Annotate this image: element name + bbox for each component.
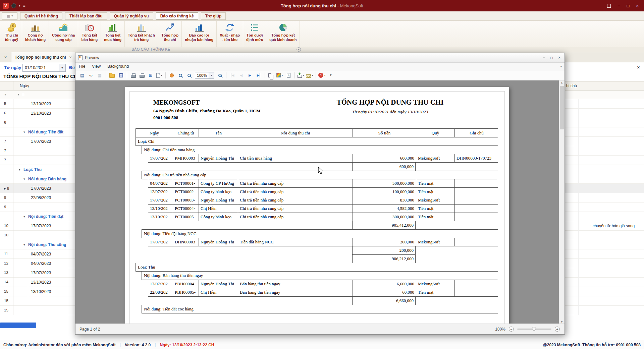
ribbon-button[interactable]: Xuất - nhập- tồn kho xyxy=(217,21,243,47)
quick-access-icon[interactable] xyxy=(11,3,16,8)
page-scale-icon[interactable]: ⊞ xyxy=(147,71,155,79)
preview-vscrollbar[interactable]: ▲ ▼ xyxy=(559,80,565,324)
close-all-tabs-icon[interactable]: × xyxy=(0,52,11,62)
collapse-icon[interactable]: ▾ xyxy=(23,130,25,134)
ribbon-button[interactable]: Công nợkhách hàng xyxy=(22,21,49,47)
zoom-out-icon[interactable] xyxy=(185,71,193,79)
menu-item[interactable]: File xyxy=(75,64,89,69)
chevron-down-icon[interactable]: ▾ xyxy=(19,4,20,7)
ribbon-tab-row: ▦▾ Quản trị hệ thốngThiết lập ban đầuQuả… xyxy=(0,11,644,21)
scrollbar-thumb[interactable] xyxy=(560,86,564,129)
zoom-in-button[interactable]: + xyxy=(555,327,560,332)
ribbon-button[interactable]: Tổng kếtbán hàng xyxy=(78,21,101,47)
page-color-icon[interactable]: ▾ xyxy=(276,71,284,79)
close-tab-icon[interactable]: × xyxy=(69,55,72,60)
last-page-icon[interactable]: ▶ xyxy=(255,71,263,79)
report-subtotal-cell: 6,660,000 xyxy=(352,296,416,305)
zoom-in-icon[interactable] xyxy=(216,71,224,79)
zoom-out-button[interactable]: − xyxy=(509,327,514,332)
hand-tool-icon[interactable] xyxy=(168,71,176,79)
preview-titlebar[interactable]: Preview − □ × xyxy=(75,53,565,63)
maximize-button[interactable]: □ xyxy=(627,4,630,8)
collapse-icon[interactable]: ▾ xyxy=(19,168,20,171)
report-row: Nội dung: Chi tiền mua hàng xyxy=(142,146,498,154)
next-page-icon[interactable]: ▶ xyxy=(246,71,254,79)
purchase-summary-icon xyxy=(108,22,118,33)
report-header-row: NgàyChứng từTênNội dung thu chiSố tiềnQu… xyxy=(136,128,498,137)
watermark-icon[interactable] xyxy=(284,71,292,79)
zoom-slider-thumb[interactable] xyxy=(532,327,536,331)
column-header-date[interactable]: Ngày xyxy=(20,83,29,88)
collapse-icon[interactable]: ▾ xyxy=(23,177,25,181)
grid-column-line xyxy=(578,99,579,315)
search-icon[interactable]: ∞ xyxy=(87,71,95,79)
preview-menubar: FileViewBackground ▾ xyxy=(75,63,565,70)
open-folder-icon[interactable] xyxy=(108,71,116,79)
document-map-icon[interactable]: ▤ xyxy=(78,71,86,79)
report-cell: PCT00004- xyxy=(173,205,199,213)
business-result-icon xyxy=(278,22,288,33)
ribbon-button[interactable]: Tổng kếtmua hàng xyxy=(101,21,125,47)
row-date: 13/10/2023 xyxy=(31,289,51,294)
filter-operator[interactable]: = xyxy=(22,92,24,97)
document-tab[interactable]: Tổng hợp nội dung thu chi × xyxy=(11,52,75,62)
report-cell xyxy=(454,213,498,221)
ribbon-button[interactable]: Tồn dướiđịnh mức xyxy=(243,21,266,47)
toolbar-overflow-icon[interactable]: ▼ xyxy=(327,71,335,79)
ribbon-tab[interactable]: Thiết lập ban đầu xyxy=(65,12,107,20)
save-icon[interactable] xyxy=(117,71,125,79)
ribbon-tab[interactable]: Báo cáo thống kê xyxy=(156,12,198,20)
menu-item[interactable]: View xyxy=(89,64,104,69)
report-cell xyxy=(454,205,498,213)
close-button[interactable]: × xyxy=(636,4,639,8)
collapse-icon[interactable]: ▾ xyxy=(23,215,25,218)
menubar-chevron-icon[interactable]: ▾ xyxy=(560,65,565,68)
ribbon-button[interactable]: Công nợ nhàcung cấp xyxy=(49,21,78,47)
ribbon-button[interactable]: Tổng hợpthu chi xyxy=(158,21,182,47)
email-icon[interactable]: ▾ xyxy=(306,71,314,79)
report-cell xyxy=(454,188,498,196)
grid-hscrollbar-thumb[interactable] xyxy=(0,323,36,328)
menu-item[interactable]: Background xyxy=(104,64,132,69)
minimize-button[interactable]: − xyxy=(618,4,620,8)
ribbon-button[interactable]: Tổng hợp kếtquả kinh doanh xyxy=(266,21,300,47)
preview-minimize-button[interactable]: − xyxy=(543,55,545,60)
quick-print-icon[interactable] xyxy=(138,71,146,79)
export-icon[interactable]: ▾ xyxy=(297,71,305,79)
close-preview-icon[interactable]: ▾ xyxy=(318,71,326,79)
zoom-slider[interactable] xyxy=(517,329,551,330)
collapse-icon[interactable]: ▾ xyxy=(23,243,25,246)
preview-window-controls: − □ × xyxy=(543,55,565,60)
report-row: 13/10/202PCT00004-Chị HiềnChi trả tiền n… xyxy=(148,204,498,213)
ribbon-tab[interactable]: Trợ giúp xyxy=(201,12,226,20)
scroll-down-icon[interactable]: ▼ xyxy=(559,321,565,324)
filter-funnel-icon[interactable]: ▼ xyxy=(17,93,20,96)
print-icon[interactable] xyxy=(129,71,137,79)
preview-close-button[interactable]: × xyxy=(558,55,560,60)
ribbon-tab[interactable]: Quản trị hệ thống xyxy=(20,12,62,20)
preview-maximize-button[interactable]: □ xyxy=(550,55,553,60)
customize-toolbar-icon[interactable]: ≡ xyxy=(23,3,25,8)
ribbon-tab[interactable]: Quản lý nghiệp vụ xyxy=(110,12,153,20)
ribbon-button[interactable]: $Thu chitồn quỹ xyxy=(1,21,22,47)
ribbon-button[interactable]: Báo cáo lợinhuận bán hàng xyxy=(182,21,217,47)
page-setup-icon[interactable]: ▾ xyxy=(155,71,163,79)
column-header-note[interactable]: hi chú xyxy=(566,83,577,88)
report-row: Nội dung: Tiền đặt hàng NCC xyxy=(142,229,498,238)
app-menu-button[interactable]: ▦▾ xyxy=(2,12,17,20)
report-cell: Chị Hiền xyxy=(199,205,238,213)
scroll-up-icon[interactable]: ▲ xyxy=(559,81,565,84)
multipage-icon[interactable]: ▾ xyxy=(267,71,275,79)
ribbon-collapse-icon[interactable] xyxy=(297,47,301,52)
table-view-icon: ▦ xyxy=(96,71,104,79)
fullscreen-icon[interactable] xyxy=(607,4,611,8)
magnifier-icon[interactable] xyxy=(176,71,184,79)
panel-close-icon[interactable]: × xyxy=(637,64,640,70)
grid-column-line xyxy=(28,99,28,315)
from-date-input[interactable]: 01/10/2021 ▼ xyxy=(22,64,66,72)
zoom-status: 100% xyxy=(495,327,505,332)
zoom-level-combo[interactable]: 100%▾ xyxy=(195,72,214,79)
report-column-header: Số tiền xyxy=(353,129,416,137)
calendar-dropdown-icon[interactable]: ▼ xyxy=(59,64,65,71)
ribbon-button[interactable]: Tổng kết kháchtrả hàng xyxy=(125,21,158,47)
